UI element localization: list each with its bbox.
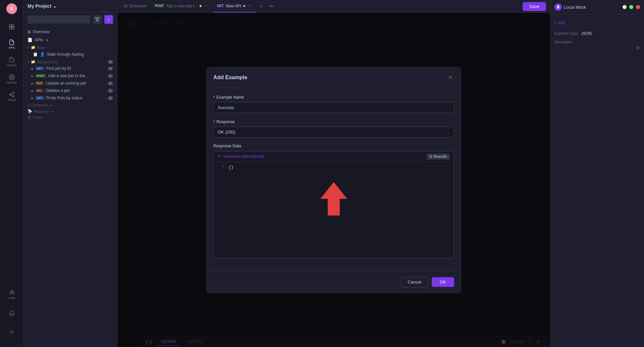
main-area: ⊞ Overview POST Add a new pet t... × GET… — [117, 0, 550, 347]
generate-automatically-button[interactable]: ↻ Generate Automatically — [218, 154, 265, 159]
add-button[interactable]: + — [104, 15, 113, 24]
nav-section-schemas: 🗂 Schemas ▸ — [23, 102, 117, 108]
method-badge-post: POST — [35, 74, 46, 78]
nav-item-walkthrough[interactable]: 📋 👤 Walk through Apidog — [23, 50, 117, 58]
code-editor: ↻ Generate Automatically ⊡ Beautify — [213, 151, 454, 258]
expand-icon-post: ▸ — [32, 74, 33, 78]
beautify-button[interactable]: ⊡ Beautify — [427, 153, 450, 160]
tab-overview[interactable]: ⊞ Overview — [120, 0, 150, 12]
description-area: Description ⚙ — [554, 40, 640, 50]
chevron-right-icon: ▸ — [28, 45, 30, 50]
tab-more-button[interactable]: ••• — [267, 3, 276, 10]
apis-icon: 📄 — [28, 38, 33, 42]
modal-title: Add Example — [213, 75, 247, 81]
example-name-input[interactable] — [213, 102, 454, 113]
response-select[interactable]: OK (200) — [213, 127, 454, 138]
tab-dot — [200, 5, 202, 7]
method-badge-get: GET — [35, 66, 44, 70]
refresh-icon: ↻ — [218, 154, 221, 159]
sidebar-invite-label: Invite — [8, 296, 15, 300]
sidebar-bottom: Invite — [4, 287, 20, 344]
svg-marker-15 — [320, 182, 347, 215]
sidebar-apis-label: APIs — [8, 46, 15, 49]
local-mock-label: Local Mock — [554, 3, 586, 11]
tab-post-method: POST — [155, 4, 164, 8]
nav-item-overview[interactable]: ⊞ Overview — [23, 28, 117, 36]
content-type-label: Content Type — [554, 31, 578, 36]
sidebar-item-share[interactable]: Share — [4, 89, 20, 105]
response-group: * Response OK (200) ⌄ — [213, 119, 454, 138]
api-row-get-finds-pets[interactable]: ▸ GET Finds Pets by status 2 — [23, 94, 117, 102]
tab-active-dot — [243, 5, 245, 7]
svg-line-8 — [11, 95, 12, 96]
sidebar-item-settings[interactable]: Settings — [4, 71, 20, 87]
left-panel-toolbar: + — [23, 12, 117, 27]
sidebar-invite[interactable]: Invite — [4, 287, 20, 303]
api-row-del-pet[interactable]: ▸ DEL Deletes a pet 1 — [23, 87, 117, 94]
code-text[interactable]: {} — [228, 165, 234, 170]
expand-icon-del: ▸ — [32, 89, 33, 93]
svg-rect-1 — [12, 24, 14, 27]
method-badge-put: PUT — [35, 81, 44, 85]
response-label: * Response — [213, 119, 454, 125]
modal-close-button[interactable]: ✕ — [446, 73, 454, 82]
response-select-wrapper: OK (200) ⌄ — [213, 127, 454, 138]
response-data-section: Response Data ↻ Generate Automatically ⊡… — [213, 144, 454, 258]
chevron-down-icon: ▾ — [28, 60, 30, 64]
sidebar-share-label: Share — [7, 98, 15, 102]
svg-point-4 — [11, 77, 12, 78]
api-row-put-update-pet[interactable]: ▸ PUT Update an existing pet 2 — [23, 80, 117, 87]
schemas-icon: 🗂 — [28, 103, 31, 107]
window-maximize-button[interactable] — [629, 5, 633, 9]
tab-get-new-api[interactable]: GET New API × — [213, 0, 256, 12]
project-title[interactable]: My Project ⌄ — [28, 3, 57, 9]
tab-close-get[interactable]: × — [247, 4, 252, 8]
add-example-modal: Add Example ✕ * Example Name * — [206, 67, 461, 293]
content-type-value: JSON — [581, 31, 592, 36]
sidebar-notifications[interactable] — [4, 305, 20, 321]
tab-close-post[interactable]: × — [204, 4, 208, 8]
svg-marker-14 — [95, 18, 99, 21]
left-panel: My Project ⌄ + ⊞ Overview 📄 APIs ▾ ▸ 📁 R… — [23, 0, 117, 347]
svg-line-9 — [11, 93, 12, 94]
window-close-button[interactable] — [636, 5, 640, 9]
modal-header: Add Example ✕ — [207, 67, 461, 88]
expand-icon: ▸ — [32, 67, 33, 70]
tab-post-new-pet[interactable]: POST Add a new pet t... × — [151, 0, 212, 12]
svg-point-5 — [12, 92, 14, 94]
sidebar-item-apis[interactable]: APIs — [4, 36, 20, 52]
example-name-group: * Example Name — [213, 95, 454, 113]
search-input[interactable] — [28, 15, 90, 23]
window-minimize-button[interactable] — [623, 5, 627, 9]
api-row-get-pet-by-id[interactable]: ▸ GET Find pet by ID 4 — [23, 65, 117, 72]
sidebar-gear[interactable] — [4, 324, 20, 340]
tab-get-method: GET — [217, 4, 224, 8]
content-type-row: Content Type JSON — [554, 31, 640, 36]
nav-item-apis[interactable]: 📄 APIs ▾ — [23, 36, 117, 44]
svg-point-6 — [9, 94, 11, 96]
example-name-label: * Example Name — [213, 95, 454, 100]
save-button[interactable]: Save — [523, 2, 546, 11]
sidebar-item-overview[interactable] — [4, 19, 20, 35]
ok-button[interactable]: OK — [432, 277, 454, 287]
description-settings-icon[interactable]: ⚙ — [636, 45, 640, 50]
svg-rect-0 — [9, 24, 11, 27]
nav-section-sample: ▾ 📁 Sample APIs 5 — [23, 58, 117, 65]
right-panel-header: Local Mock — [550, 0, 644, 14]
filter-button[interactable] — [93, 15, 102, 24]
requests-icon: 📡 — [28, 109, 32, 113]
cancel-button[interactable]: Cancel — [401, 277, 428, 287]
description-label: Description — [554, 40, 640, 44]
add-button-right[interactable]: + Add — [554, 18, 640, 27]
api-row-post-add-pet[interactable]: ▸ POST Add a new pet to the... 1 — [23, 72, 117, 80]
sidebar-item-testing[interactable]: Testing — [4, 54, 20, 70]
sidebar-settings-label: Settings — [6, 81, 17, 84]
svg-point-10 — [11, 290, 13, 292]
nav-section-requests: 📡 Requests ▸ — [23, 108, 117, 114]
avatar[interactable]: S — [6, 3, 17, 14]
expand-icon-put: ▸ — [32, 82, 33, 85]
svg-point-13 — [11, 332, 12, 333]
tab-new-button[interactable]: + — [257, 2, 265, 11]
nav-tree: ⊞ Overview 📄 APIs ▾ ▸ 📁 Root 📋 👤 Walk th… — [23, 27, 117, 347]
nav-section-trash: 🗑 Trash — [23, 114, 117, 120]
